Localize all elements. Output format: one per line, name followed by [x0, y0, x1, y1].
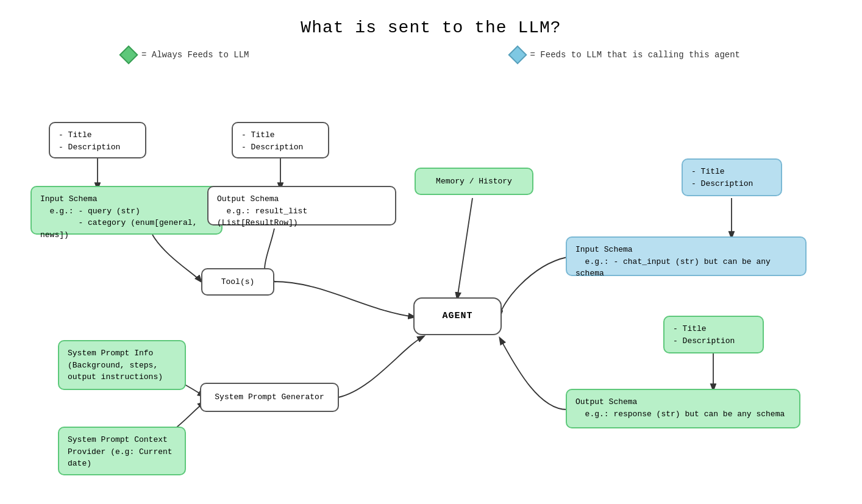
tool-output-desc-box: - Title- Description	[232, 122, 329, 158]
system-prompt-info-text: System Prompt Info(Background, steps,out…	[68, 349, 163, 382]
system-prompt-info: System Prompt Info(Background, steps,out…	[58, 340, 186, 390]
tool-input-desc-text: - Title- Description	[59, 130, 120, 152]
sub-output-schema-text: Output Schema e.g.: response (str) but c…	[575, 397, 785, 419]
legend-green: = Always Feeds to LLM	[122, 48, 249, 62]
system-prompt-generator-label: System Prompt Generator	[215, 391, 324, 403]
system-prompt-context-text: System Prompt ContextProvider (e.g: Curr…	[68, 435, 173, 468]
tool-input-schema-text: Input Schema e.g.: - query (str) - categ…	[40, 194, 197, 240]
blue-diamond-icon	[508, 45, 527, 64]
tool-output-schema: Output Schema e.g.: result_list (List[Re…	[207, 186, 396, 225]
caller-input-schema: Input Schema e.g.: - chat_input (str) bu…	[566, 236, 807, 276]
green-diamond-icon	[119, 45, 138, 64]
sub-title-desc-box: - Title- Description	[663, 316, 764, 353]
system-prompt-generator: System Prompt Generator	[200, 383, 339, 412]
legend: = Always Feeds to LLM = Feeds to LLM tha…	[0, 37, 862, 62]
tool-output-desc-text: - Title- Description	[241, 130, 303, 152]
caller-input-schema-text: Input Schema e.g.: - chat_input (str) bu…	[575, 245, 771, 278]
tool-output-schema-text: Output Schema e.g.: result_list (List[Re…	[217, 194, 307, 227]
system-prompt-context: System Prompt ContextProvider (e.g: Curr…	[58, 427, 186, 475]
caller-title-desc-text: - Title- Description	[691, 167, 753, 188]
legend-green-label: = Always Feeds to LLM	[141, 50, 249, 60]
caller-title-desc-box: - Title- Description	[682, 158, 782, 196]
page-title: What is sent to the LLM?	[0, 0, 862, 37]
sub-title-desc-text: - Title- Description	[673, 324, 735, 346]
legend-blue: = Feeds to LLM that is calling this agen…	[511, 48, 740, 62]
tool-input-desc-box: - Title- Description	[49, 122, 146, 158]
tools-label: Tool(s)	[221, 276, 255, 288]
agent-label: AGENT	[442, 310, 472, 324]
agent-box: AGENT	[413, 297, 502, 335]
memory-history: Memory / History	[415, 168, 533, 195]
tools-box: Tool(s)	[201, 268, 274, 296]
tool-input-schema: Input Schema e.g.: - query (str) - categ…	[30, 186, 223, 235]
legend-blue-label: = Feeds to LLM that is calling this agen…	[530, 50, 740, 60]
sub-output-schema: Output Schema e.g.: response (str) but c…	[566, 389, 800, 428]
memory-history-label: Memory / History	[436, 176, 512, 188]
